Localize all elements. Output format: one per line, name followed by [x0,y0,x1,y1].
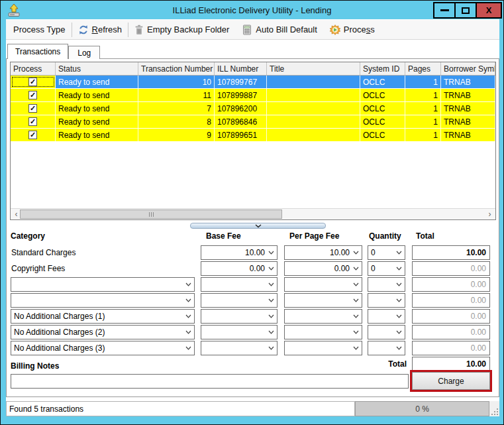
cell-transaction_number[interactable]: 7 [138,102,215,115]
cell-system_id[interactable]: OCLC [360,89,405,101]
table-row[interactable]: ✓Ready to send10107899767OCLC1TRNAB [11,76,495,89]
process-button[interactable]: Process [325,22,379,38]
scrollbar-thumb[interactable] [20,210,282,219]
process-type-button[interactable]: Process Type [9,22,70,38]
cell-transaction_number[interactable]: 11 [138,89,215,101]
cell-pages[interactable]: 1 [405,89,441,101]
cell-transaction_number[interactable]: 9 [138,129,215,141]
cell-process[interactable]: ✓ [11,89,56,101]
column-header-system_id[interactable]: System ID [360,62,405,75]
quantity-combo[interactable] [368,309,405,324]
quantity-combo[interactable] [368,277,405,292]
base-fee-combo[interactable] [201,277,277,292]
cell-status[interactable]: Ready to send [56,115,138,128]
per-page-fee-combo[interactable] [284,325,362,339]
resize-grip[interactable] [491,408,498,415]
cell-status[interactable]: Ready to send [56,89,138,101]
cell-pages[interactable]: 1 [405,76,441,88]
process-checkbox[interactable]: ✓ [28,104,37,113]
process-checkbox[interactable]: ✓ [28,91,37,99]
base-fee-combo[interactable] [201,341,277,355]
base-fee-combo[interactable]: 10.00 [201,245,277,260]
minimize-button[interactable] [433,2,456,19]
auto-bill-default-button[interactable]: Auto Bill Default [237,22,322,38]
cell-system_id[interactable]: OCLC [360,129,405,141]
cell-borrower_symbol[interactable]: TRNAB [441,76,495,88]
cell-process[interactable]: ✓ [11,129,56,141]
cell-borrower_symbol[interactable]: TRNAB [441,102,495,115]
quantity-combo[interactable] [368,325,405,339]
per-page-fee-combo[interactable] [284,293,362,308]
cell-title[interactable] [267,89,360,101]
table-row[interactable]: ✓Ready to send11107899887OCLC1TRNAB [11,89,495,102]
cell-pages[interactable]: 1 [405,102,441,115]
table-row[interactable]: ✓Ready to send7107896200OCLC1TRNAB [11,102,495,115]
tab-transactions[interactable]: Transactions [7,44,68,59]
close-button[interactable]: X [476,2,502,19]
horizontal-scrollbar[interactable]: ‹ › [11,208,495,219]
category-combo[interactable] [11,293,195,308]
cell-title[interactable] [267,76,360,88]
base-fee-combo[interactable] [201,293,277,308]
charge-button[interactable]: Charge [412,372,490,390]
cell-status[interactable]: Ready to send [56,102,138,115]
cell-process[interactable]: ✓ [11,102,56,115]
column-header-ill_number[interactable]: ILL Number [215,62,267,75]
cell-system_id[interactable]: OCLC [360,115,405,128]
per-page-fee-combo[interactable] [284,277,362,292]
cell-status[interactable]: Ready to send [56,76,138,88]
per-page-fee-combo[interactable] [284,309,362,324]
refresh-button[interactable]: Refresh [74,22,127,38]
category-combo[interactable]: No Additional Charges (3) [11,341,195,355]
category-combo[interactable]: No Additional Charges (1) [11,309,195,324]
process-checkbox[interactable]: ✓ [28,117,37,126]
cell-process[interactable]: ✓ [11,115,56,128]
quantity-combo[interactable] [368,293,405,308]
quantity-combo[interactable]: 0 [368,245,405,260]
cell-borrower_symbol[interactable]: TRNAB [441,89,495,101]
empty-backup-folder-button[interactable]: Empty Backup Folder [130,22,234,38]
cell-title[interactable] [267,115,360,128]
base-fee-combo[interactable]: 0.00 [201,261,277,276]
tab-log[interactable]: Log [68,46,100,59]
column-header-transaction_number[interactable]: Transaction Number [138,62,215,75]
cell-transaction_number[interactable]: 8 [138,115,215,128]
category-combo[interactable] [11,277,195,292]
billing-notes-input[interactable] [11,374,409,389]
cell-ill_number[interactable]: 107899887 [215,89,267,101]
cell-ill_number[interactable]: 107899651 [215,129,267,141]
per-page-fee-combo[interactable]: 0.00 [284,261,362,276]
column-header-status[interactable]: Status [56,62,138,75]
cell-ill_number[interactable]: 107899767 [215,76,267,88]
category-combo[interactable]: No Additional Charges (2) [11,325,195,339]
scroll-right-arrow-icon[interactable]: › [485,210,495,219]
cell-pages[interactable]: 1 [405,115,441,128]
cell-system_id[interactable]: OCLC [360,76,405,88]
process-checkbox[interactable]: ✓ [28,131,37,139]
cell-transaction_number[interactable]: 10 [138,76,215,88]
cell-borrower_symbol[interactable]: TRNAB [441,129,495,141]
column-header-process[interactable]: Process [11,62,56,75]
per-page-fee-combo[interactable]: 10.00 [284,245,362,260]
per-page-fee-combo[interactable] [284,341,362,355]
quantity-combo[interactable]: 0 [368,261,405,276]
base-fee-combo[interactable] [201,309,277,324]
quantity-combo[interactable] [368,341,405,355]
cell-process[interactable]: ✓ [11,76,56,88]
cell-system_id[interactable]: OCLC [360,102,405,115]
cell-status[interactable]: Ready to send [56,129,138,141]
splitter-collapse-button[interactable] [190,223,326,229]
cell-ill_number[interactable]: 107896200 [215,102,267,115]
cell-title[interactable] [267,102,360,115]
maximize-button[interactable] [454,2,477,19]
column-header-pages[interactable]: Pages [405,62,441,75]
cell-borrower_symbol[interactable]: TRNAB [441,115,495,128]
base-fee-combo[interactable] [201,325,277,339]
cell-title[interactable] [267,129,360,141]
column-header-title[interactable]: Title [267,62,360,75]
process-checkbox[interactable]: ✓ [28,78,37,86]
cell-pages[interactable]: 1 [405,129,441,141]
table-row[interactable]: ✓Ready to send8107896846OCLC1TRNAB [11,115,495,129]
column-header-borrower_symbol[interactable]: Borrower Symb [441,62,495,75]
table-row[interactable]: ✓Ready to send9107899651OCLC1TRNAB [11,129,495,142]
